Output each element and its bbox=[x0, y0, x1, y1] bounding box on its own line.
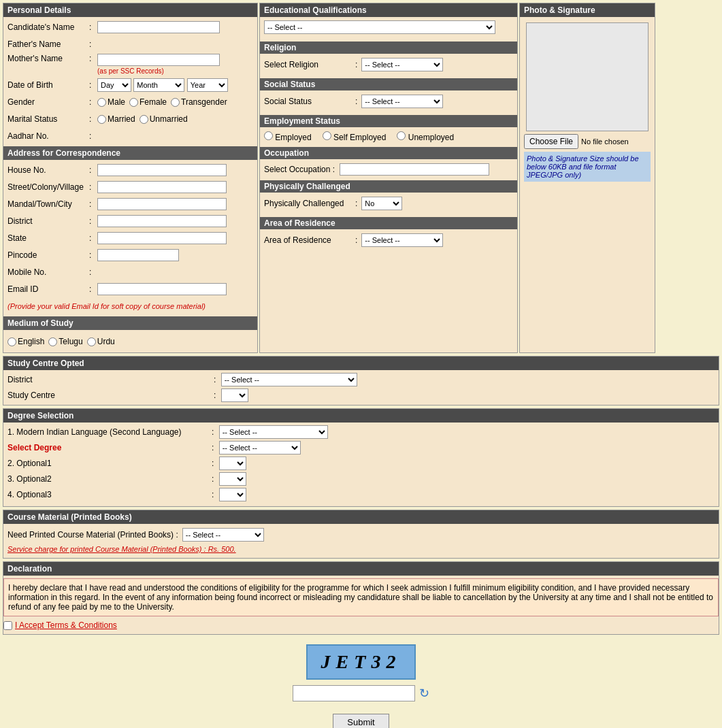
mandal-label: Mandal/Town/City bbox=[7, 199, 89, 209]
submit-button[interactable]: Submit bbox=[333, 714, 389, 728]
area-of-residence-select[interactable]: -- Select -- bbox=[361, 233, 443, 247]
declaration-text: I hereby declare that I have read and un… bbox=[3, 578, 719, 616]
service-charge-note[interactable]: Service charge for printed Course Materi… bbox=[7, 545, 236, 553]
photo-placeholder bbox=[526, 22, 649, 131]
marital-label: Marital Status bbox=[7, 114, 89, 124]
area-of-residence-header: Area of Residence bbox=[260, 217, 517, 229]
mothers-name-label: Mother's Name bbox=[7, 54, 89, 63]
photo-header: Photo & Signature bbox=[520, 3, 655, 17]
candidates-name-input[interactable] bbox=[97, 21, 220, 33]
unemployed-radio[interactable]: Unemployed bbox=[397, 131, 454, 142]
pincode-input[interactable] bbox=[97, 249, 179, 261]
district-label: District bbox=[7, 216, 89, 226]
medium-header: Medium of Study bbox=[3, 316, 257, 330]
study-centre-label: Study Centre bbox=[7, 391, 212, 400]
mobile-label: Mobile No. bbox=[7, 267, 89, 277]
physically-challenged-label: Physically Challenged bbox=[264, 199, 352, 208]
dob-label: Date of Birth bbox=[7, 80, 89, 90]
gender-male-radio[interactable]: Male bbox=[97, 97, 125, 107]
pincode-label: Pincode bbox=[7, 250, 89, 260]
street-label: Street/Colony/Village bbox=[7, 182, 89, 192]
dob-month-select[interactable]: Month bbox=[133, 78, 184, 92]
course-material-select[interactable]: -- Select -- bbox=[182, 528, 264, 542]
employment-header: Employment Status bbox=[260, 115, 517, 127]
optional3-select[interactable] bbox=[219, 488, 246, 501]
religion-header: Religion bbox=[260, 42, 517, 54]
religion-select[interactable]: -- Select -- bbox=[361, 58, 443, 71]
state-input[interactable] bbox=[97, 232, 227, 244]
declaration-header: Declaration bbox=[3, 562, 719, 576]
district-input[interactable] bbox=[97, 215, 227, 227]
area-of-residence-label: Area of Residence bbox=[264, 235, 352, 245]
aadhar-label: Aadhar No. bbox=[7, 131, 89, 141]
physically-challenged-select[interactable]: No Yes bbox=[361, 197, 402, 210]
no-file-text: No file chosen bbox=[581, 137, 629, 146]
dob-year-select[interactable]: Year bbox=[187, 78, 228, 92]
physically-challenged-header: Physically Challenged bbox=[260, 180, 517, 193]
ssc-note: (as per SSC Records) bbox=[97, 67, 164, 75]
marital-unmarried-radio[interactable]: Unmarried bbox=[140, 114, 188, 124]
course-material-header: Course Material (Printed Books) bbox=[3, 510, 719, 524]
dob-day-select[interactable]: Day bbox=[97, 78, 131, 92]
gender-label: Gender bbox=[7, 97, 89, 107]
medium-telugu-radio[interactable]: Telugu bbox=[48, 337, 82, 346]
photo-note: Photo & Signature Size should be below 6… bbox=[524, 152, 651, 182]
self-employed-radio[interactable]: Self Employed bbox=[323, 131, 387, 142]
medium-english-radio[interactable]: English bbox=[7, 337, 44, 346]
modern-lang-label: 1. Modern Indian Language (Second Langua… bbox=[7, 427, 212, 437]
mothers-name-input[interactable] bbox=[97, 54, 220, 66]
study-centre-district-label: District bbox=[7, 375, 212, 384]
select-degree-select[interactable]: -- Select -- bbox=[219, 441, 301, 454]
address-header: Address for Correspondence bbox=[3, 146, 257, 160]
employed-radio[interactable]: Employed bbox=[264, 131, 312, 142]
email-label: Email ID bbox=[7, 284, 89, 294]
refresh-icon[interactable]: ↻ bbox=[419, 686, 429, 701]
fathers-name-label: Father's Name bbox=[7, 39, 89, 49]
occupation-header: Occupation bbox=[260, 147, 517, 159]
study-centre-header: Study Centre Opted bbox=[3, 357, 719, 370]
captcha-input[interactable] bbox=[293, 685, 415, 701]
modern-lang-select[interactable]: -- Select -- bbox=[219, 425, 328, 439]
email-input[interactable] bbox=[97, 283, 227, 295]
social-status-header: Social Status bbox=[260, 78, 517, 90]
mandal-input[interactable] bbox=[97, 198, 227, 210]
social-status-label: Social Status bbox=[264, 97, 352, 106]
optional2-select[interactable] bbox=[219, 472, 246, 486]
select-degree-label: Select Degree bbox=[7, 443, 212, 452]
social-status-select[interactable]: -- Select -- bbox=[361, 95, 443, 108]
email-note: (Provide your valid Email Id for soft co… bbox=[7, 302, 206, 310]
terms-label[interactable]: I Accept Terms & Conditions bbox=[15, 621, 117, 630]
optional1-label: 2. Optional1 bbox=[7, 459, 212, 468]
state-label: State bbox=[7, 233, 89, 243]
gender-female-radio[interactable]: Female bbox=[129, 97, 167, 107]
street-input[interactable] bbox=[97, 181, 227, 193]
house-no-input[interactable] bbox=[97, 164, 227, 176]
house-no-label: House No. bbox=[7, 165, 89, 175]
medium-urdu-radio[interactable]: Urdu bbox=[87, 337, 115, 346]
optional3-label: 4. Optional3 bbox=[7, 490, 212, 499]
course-material-label: Need Printed Course Material (Printed Bo… bbox=[7, 530, 178, 540]
marital-married-radio[interactable]: Married bbox=[97, 114, 135, 124]
occupation-label: Select Occupation : bbox=[264, 165, 335, 174]
captcha-image: JET32 bbox=[306, 644, 416, 680]
optional2-label: 3. Optional2 bbox=[7, 474, 212, 484]
occupation-input[interactable] bbox=[340, 163, 489, 176]
edu-qual-select[interactable]: -- Select -- bbox=[264, 20, 495, 34]
study-centre-select[interactable] bbox=[221, 388, 248, 402]
personal-details-header: Personal Details bbox=[3, 3, 257, 17]
degree-selection-header: Degree Selection bbox=[3, 409, 719, 423]
religion-label: Select Religion bbox=[264, 60, 352, 69]
terms-checkbox[interactable] bbox=[3, 621, 12, 630]
optional1-select[interactable] bbox=[219, 457, 246, 470]
study-centre-district-select[interactable]: -- Select -- bbox=[221, 373, 357, 386]
edu-qual-header: Educational Qualifications bbox=[260, 3, 517, 17]
gender-transgender-radio[interactable]: Transgender bbox=[171, 97, 227, 107]
candidates-name-label: Candidate's Name bbox=[7, 22, 89, 32]
choose-file-button[interactable]: Choose File bbox=[524, 134, 578, 149]
